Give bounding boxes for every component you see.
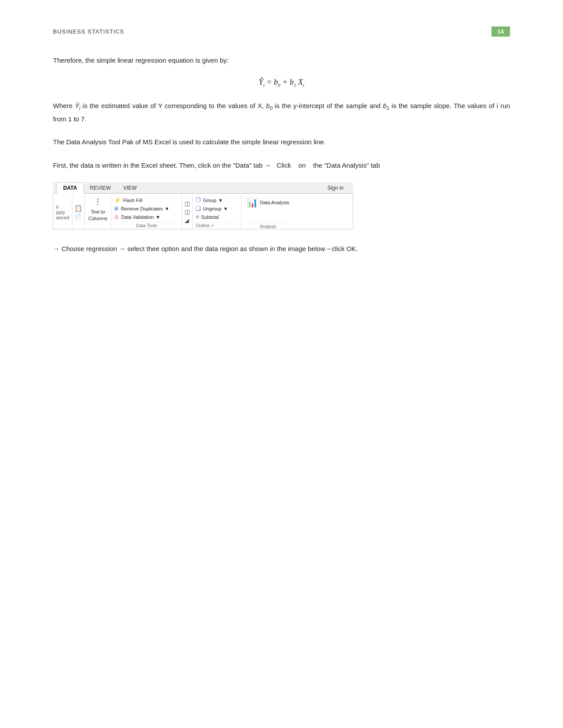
outline-footer: Outline ↗ [196, 222, 238, 228]
page: BUSINESS STATISTICS 14 Therefore, the si… [0, 0, 563, 728]
data-validation-item[interactable]: ⚠ Data Validation ▼ [114, 213, 179, 221]
document-title: BUSINESS STATISTICS [53, 28, 125, 35]
left-partial-group: ir pply anced [53, 195, 72, 229]
flash-fill-label: Flash Fill [123, 198, 142, 203]
ungroup-dropdown[interactable]: ▼ [223, 206, 228, 211]
analysis-footer-label: Analysis [247, 223, 289, 229]
subtotal-item[interactable]: ≡ Subtotal [196, 213, 238, 221]
group-icon: ❐ [196, 197, 201, 203]
arrow-3: → [325, 245, 332, 252]
analysis-group: 📊 Data Analysis Analysis [242, 195, 295, 229]
small-icon-3: ◢ [185, 217, 190, 224]
b0-symbol: b0 [266, 102, 272, 109]
sign-in-button[interactable]: Sign in [321, 183, 350, 193]
tab-data[interactable]: DATA [57, 182, 84, 194]
data-tools-group: ⚡ Flash Fill ⊗ Remove Duplicates ▼ ⚠ Dat… [111, 195, 182, 229]
flash-fill-item[interactable]: ⚡ Flash Fill [114, 196, 179, 204]
excel-ribbon: DATA REVIEW VIEW Sign in ir pply anced 📋… [53, 182, 353, 229]
remove-duplicates-label: Remove Duplicates [121, 206, 162, 211]
outline-expand-icon[interactable]: ↗ [211, 224, 214, 228]
small-icon-1: ◫ [185, 200, 190, 207]
data-analysis-label: Data Analysis [260, 200, 289, 205]
remove-duplicates-item[interactable]: ⊗ Remove Duplicates ▼ [114, 204, 179, 213]
remove-duplicates-icon: ⊗ [114, 205, 119, 212]
ungroup-label: Ungroup [203, 206, 221, 211]
paragraph-2: Where Ŷi is the estimated value of Y cor… [53, 100, 510, 125]
group-dropdown[interactable]: ▼ [218, 198, 223, 203]
ungroup-icon: ❏ [196, 205, 201, 212]
b1-symbol: b1 [383, 102, 389, 109]
subtotal-label: Subtotal [201, 214, 219, 220]
tab-view[interactable]: VIEW [117, 183, 143, 193]
small-icon-2: ◫ [185, 209, 190, 215]
small-icons-group: ◫ ◫ ◢ [182, 195, 193, 229]
page-number: 14 [491, 26, 510, 37]
paragraph-4: First, the data is written in the Excel … [53, 159, 510, 172]
regression-equation: Ŷi = b0 + b1 Xi [259, 78, 304, 86]
partial-line-3: anced [56, 215, 69, 220]
equation-block: Ŷi = b0 + b1 Xi [53, 78, 510, 88]
paragraph-1: Therefore, the simple linear regression … [53, 54, 510, 67]
data-val-dropdown[interactable]: ▼ [155, 214, 160, 220]
tab-review[interactable]: REVIEW [84, 183, 117, 193]
data-analysis-item[interactable]: 📊 Data Analysis [247, 196, 289, 209]
data-analysis-icon: 📊 [247, 197, 258, 208]
text-to-columns-icon: ⁝ [96, 196, 99, 208]
text-to-columns-group: ⁝ Text toColumns [85, 195, 111, 229]
data-validation-icon: ⚠ [114, 214, 119, 220]
yhat-symbol: Ŷi [75, 102, 80, 109]
outline-group: ❐ Group ▼ ❏ Ungroup ▼ ≡ Subtotal Outline… [193, 195, 242, 229]
text-to-columns-label: Text toColumns [88, 209, 107, 221]
partial-line-2: pply [56, 210, 69, 215]
ungroup-item[interactable]: ❏ Ungroup ▼ [196, 204, 238, 213]
partial-line-1: ir [56, 204, 69, 210]
data-validation-label: Data Validation [121, 214, 154, 220]
data-tools-label: Data Tools [114, 222, 179, 228]
clipboard-icon-2: 📄 [74, 213, 83, 220]
page-header: BUSINESS STATISTICS 14 [53, 26, 510, 37]
clipboard-icon-1: 📋 [74, 204, 83, 212]
subtotal-icon: ≡ [196, 214, 199, 220]
clipboard-icons: 📋 📄 [72, 195, 85, 229]
group-label: Group [203, 198, 216, 203]
paragraph-5: → Choose regression → select thee option… [53, 243, 510, 255]
remove-dup-dropdown[interactable]: ▼ [165, 206, 170, 211]
paragraph-3: The Data Analysis Tool Pak of MS Excel i… [53, 136, 510, 149]
arrow-2: → [119, 245, 125, 252]
group-item[interactable]: ❐ Group ▼ [196, 196, 238, 204]
outline-label: Outline [196, 223, 210, 228]
flash-fill-icon: ⚡ [114, 197, 121, 203]
arrow-1: → [53, 245, 60, 252]
ribbon-tabs-row: DATA REVIEW VIEW Sign in [53, 182, 353, 194]
